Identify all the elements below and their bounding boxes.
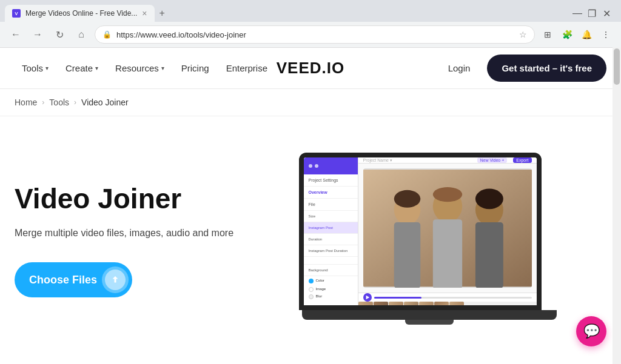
sidebar-item: Duration — [304, 234, 358, 245]
url-text: https://www.veed.io/tools/video-joiner — [116, 30, 514, 39]
play-button — [363, 293, 372, 302]
svg-rect-4 — [432, 219, 462, 288]
nav-resources[interactable]: Resources ▾ — [108, 58, 172, 78]
screen-video-preview — [363, 168, 532, 288]
sidebar-item: Instagram Post Duration — [304, 245, 358, 257]
svg-point-8 — [432, 187, 462, 202]
forward-button[interactable]: → — [29, 26, 46, 43]
timeline-thumb — [434, 302, 449, 305]
lock-icon: 🔒 — [102, 30, 112, 39]
breadcrumb-sep1: › — [42, 98, 44, 107]
screen-content: Project Settings Overview File Size Inst… — [304, 157, 537, 305]
browser-chrome: V Merge Videos Online - Free Vide... × +… — [0, 0, 621, 48]
upload-circle — [102, 266, 129, 293]
screen-content-area — [358, 164, 537, 293]
breadcrumb-current: Video Joiner — [81, 98, 129, 107]
sidebar-item: Overview — [304, 187, 358, 199]
address-bar[interactable]: 🔒 https://www.veed.io/tools/video-joiner… — [95, 25, 535, 44]
svg-rect-2 — [394, 222, 420, 288]
sidebar-item: Size — [304, 211, 358, 222]
minimize-button[interactable]: — — [572, 8, 582, 18]
laptop-stand — [405, 320, 454, 325]
screen-timeline — [358, 293, 537, 302]
get-started-button[interactable]: Get started – it's free — [487, 55, 606, 82]
sidebar-dot — [315, 164, 318, 168]
upload-icon — [105, 270, 126, 290]
page-title: Video Joiner — [15, 184, 233, 214]
nav-tools[interactable]: Tools ▾ — [15, 58, 56, 78]
home-button[interactable]: ⌂ — [73, 26, 90, 43]
breadcrumb-home[interactable]: Home — [15, 98, 37, 107]
reload-button[interactable]: ↻ — [51, 26, 68, 43]
screen-sidebar: Project Settings Overview File Size Inst… — [304, 157, 358, 305]
timeline-progress — [374, 297, 421, 299]
chevron-down-icon: ▾ — [45, 65, 49, 71]
sidebar-item: File — [304, 199, 358, 211]
svg-rect-6 — [475, 222, 503, 288]
upload-arrow-icon — [110, 274, 121, 285]
svg-point-7 — [394, 190, 420, 208]
sidebar-item: Instagram Post — [304, 222, 358, 234]
choose-files-label: Choose Files — [29, 274, 97, 286]
laptop-mockup: Project Settings Overview File Size Inst… — [299, 153, 560, 328]
svg-point-9 — [475, 188, 503, 209]
hero-content: Video Joiner Merge multiple video files,… — [15, 184, 233, 298]
scrollbar-track[interactable] — [613, 47, 621, 364]
tab-favicon: V — [12, 9, 21, 18]
nav-left: Tools ▾ Create ▾ Resources ▾ Pricing Ent… — [15, 58, 275, 78]
screen-sidebar-header — [304, 157, 358, 174]
bookmark-icon[interactable]: ☆ — [519, 30, 527, 39]
tab-close-btn[interactable]: × — [142, 8, 147, 18]
choose-files-button[interactable]: Choose Files — [15, 262, 132, 297]
timeline-thumbnails — [358, 302, 537, 305]
hero-section: Video Joiner Merge multiple video files,… — [0, 116, 621, 359]
svg-marker-10 — [366, 296, 369, 299]
menu-icon[interactable]: ⋮ — [598, 27, 614, 42]
close-button[interactable]: ✕ — [602, 8, 611, 18]
tab-title: Merge Videos Online - Free Vide... — [25, 9, 137, 18]
chevron-down-icon: ▾ — [95, 65, 98, 71]
extensions-icon[interactable]: ⊞ — [540, 27, 556, 42]
timeline-thumb — [449, 302, 464, 305]
login-button[interactable]: Login — [441, 58, 478, 78]
page: Tools ▾ Create ▾ Resources ▾ Pricing Ent… — [0, 48, 621, 359]
sidebar-item: Project Settings — [304, 174, 358, 187]
toolbar-icons: ⊞ 🧩 🔔 ⋮ — [540, 27, 614, 42]
scrollbar-thumb[interactable] — [614, 48, 620, 85]
timeline-thumb — [358, 302, 373, 305]
timeline-thumb — [419, 302, 434, 305]
sidebar-dot — [309, 164, 312, 168]
laptop-base — [302, 310, 557, 320]
preview-image — [363, 168, 532, 288]
nav-right: Login Get started – it's free — [441, 55, 606, 82]
timeline-thumb — [374, 302, 388, 305]
timeline-thumb — [404, 302, 418, 305]
browser-tab-active[interactable]: V Merge Videos Online - Free Vide... × — [5, 5, 155, 22]
back-button[interactable]: ← — [7, 26, 24, 43]
new-tab-button[interactable]: + — [155, 8, 170, 19]
hero-description: Merge multiple video files, images, audi… — [15, 226, 233, 240]
nav-pricing[interactable]: Pricing — [174, 58, 217, 78]
browser-toolbar: ← → ↻ ⌂ 🔒 https://www.veed.io/tools/vide… — [0, 22, 621, 47]
nav-create[interactable]: Create ▾ — [58, 58, 106, 78]
chat-fab-button[interactable]: 💬 — [576, 316, 606, 346]
breadcrumb: Home › Tools › Video Joiner — [0, 89, 621, 116]
screen-main-panel: Project Name ▾ New Video + Export — [358, 157, 537, 305]
nav-enterprise[interactable]: Enterprise — [219, 58, 275, 78]
puzzle-icon[interactable]: 🧩 — [559, 27, 575, 42]
breadcrumb-sep2: › — [74, 98, 76, 107]
timeline-line — [374, 297, 532, 299]
restore-button[interactable]: ❐ — [587, 8, 597, 18]
screen-panel-header: Project Name ▾ New Video + Export — [358, 157, 537, 164]
breadcrumb-tools[interactable]: Tools — [49, 98, 69, 107]
site-logo[interactable]: VEED.IO — [277, 59, 344, 78]
navbar: Tools ▾ Create ▾ Resources ▾ Pricing Ent… — [0, 48, 621, 89]
chat-icon: 💬 — [583, 323, 600, 339]
sidebar-item: Background — [304, 265, 358, 276]
laptop-screen: Project Settings Overview File Size Inst… — [299, 153, 542, 310]
sidebar-item — [304, 257, 358, 265]
notifications-icon[interactable]: 🔔 — [579, 27, 594, 42]
timeline-thumb — [389, 302, 403, 305]
browser-tabs: V Merge Videos Online - Free Vide... × +… — [0, 0, 621, 22]
chevron-down-icon: ▾ — [161, 65, 164, 71]
